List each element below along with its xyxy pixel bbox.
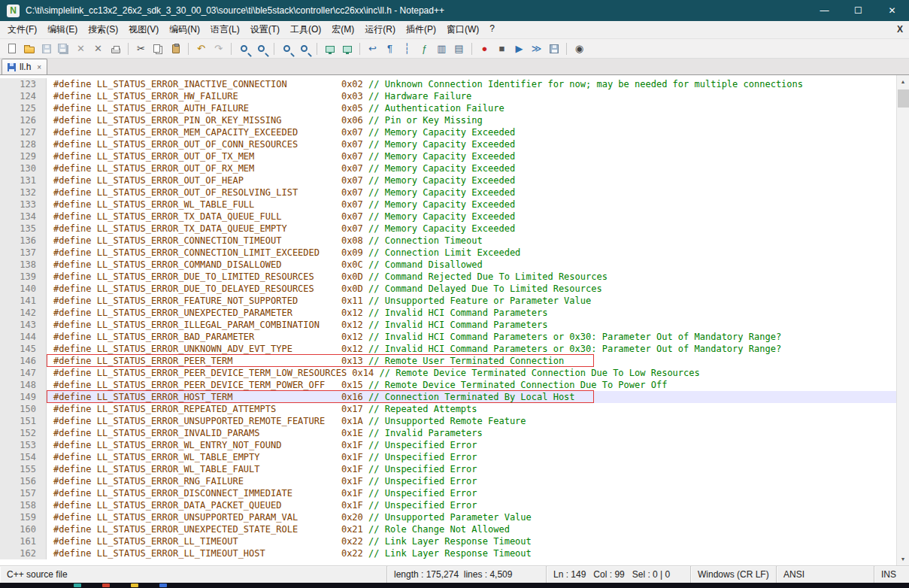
code-line-145[interactable]: 145#define LL_STATUS_ERROR_UNKNOWN_ADV_E… (0, 343, 896, 355)
macro-start-recording-icon[interactable]: ● (477, 41, 492, 56)
save-file-icon[interactable] (38, 41, 54, 56)
replace-icon[interactable] (253, 41, 269, 56)
menu-view[interactable]: 视图(V) (123, 20, 164, 39)
code-line-162[interactable]: 162#define LL_STATUS_ERROR_LL_TIMEOUT_HO… (0, 547, 896, 559)
show-all-characters-icon[interactable]: ¶ (382, 41, 398, 56)
code-line-149[interactable]: 149#define LL_STATUS_ERROR_HOST_TERM 0x1… (0, 391, 896, 403)
taskbar-app-3-icon[interactable] (131, 583, 138, 587)
code-line-138[interactable]: 138#define LL_STATUS_ERROR_COMMAND_DISAL… (0, 259, 896, 271)
code-line-130[interactable]: 130#define LL_STATUS_ERROR_OUT_OF_RX_MEM… (0, 162, 896, 174)
taskbar-app-4-icon[interactable] (159, 583, 167, 587)
menu-window[interactable]: 窗口(W) (441, 20, 484, 39)
menubar-close-icon[interactable]: X (897, 24, 903, 35)
code-line-152[interactable]: 152#define LL_STATUS_ERROR_INVALID_PARAM… (0, 427, 896, 439)
code-line-150[interactable]: 150#define LL_STATUS_ERROR_REPEATED_ATTE… (0, 403, 896, 415)
menu-tools[interactable]: 工具(O) (285, 20, 326, 39)
code-line-147[interactable]: 147#define LL_STATUS_ERROR_PEER_DEVICE_T… (0, 367, 896, 379)
tab-close-icon[interactable]: × (37, 63, 41, 71)
paste-icon[interactable] (168, 41, 183, 56)
code-line-123[interactable]: 123#define LL_STATUS_ERROR_INACTIVE_CONN… (0, 78, 896, 90)
menu-run[interactable]: 运行(R) (359, 20, 401, 39)
scroll-up-icon[interactable]: ▲ (897, 75, 909, 88)
zoom-out-icon[interactable] (296, 41, 312, 56)
menu-edit[interactable]: 编辑(E) (42, 20, 83, 39)
code-line-126[interactable]: 126#define LL_STATUS_ERROR_PIN_OR_KEY_MI… (0, 114, 896, 126)
open-folder-icon[interactable] (21, 41, 37, 56)
menu-search[interactable]: 搜索(S) (83, 20, 123, 39)
maximize-button[interactable]: ☐ (841, 0, 875, 21)
tab-ll-h[interactable]: ll.h × (2, 59, 47, 74)
document-list-icon[interactable]: ▤ (451, 41, 467, 56)
menu-file[interactable]: 文件(F) (2, 20, 42, 39)
code-line-134[interactable]: 134#define LL_STATUS_ERROR_TX_DATA_QUEUE… (0, 211, 896, 223)
new-file-icon[interactable] (4, 41, 20, 56)
vertical-scrollbar[interactable]: ▲ ▼ (896, 75, 909, 565)
document-map-icon[interactable]: ▥ (434, 41, 450, 56)
status-insert-mode[interactable]: INS (874, 566, 909, 583)
code-line-146[interactable]: 146#define LL_STATUS_ERROR_PEER_TERM 0x1… (0, 355, 896, 367)
redo-icon[interactable]: ↷ (211, 41, 226, 56)
word-wrap-icon[interactable]: ↩ (365, 41, 380, 56)
code-line-141[interactable]: 141#define LL_STATUS_ERROR_FEATURE_NOT_S… (0, 295, 896, 307)
monitoring-eye-icon[interactable]: ◉ (571, 41, 587, 56)
sync-horizontal-scrolling-icon[interactable] (339, 41, 355, 56)
code-line-161[interactable]: 161#define LL_STATUS_ERROR_LL_TIMEOUT 0x… (0, 535, 896, 547)
code-line-142[interactable]: 142#define LL_STATUS_ERROR_UNEXPECTED_PA… (0, 307, 896, 319)
code-line-127[interactable]: 127#define LL_STATUS_ERROR_MEM_CAPACITY_… (0, 126, 896, 138)
code-line-159[interactable]: 159#define LL_STATUS_ERROR_UNSUPPORTED_P… (0, 511, 896, 523)
code-line-135[interactable]: 135#define LL_STATUS_ERROR_TX_DATA_QUEUE… (0, 223, 896, 235)
code-line-129[interactable]: 129#define LL_STATUS_ERROR_OUT_OF_TX_MEM… (0, 150, 896, 162)
cut-icon[interactable]: ✂ (133, 41, 149, 56)
code-line-125[interactable]: 125#define LL_STATUS_ERROR_AUTH_FAILURE … (0, 102, 896, 114)
status-eol-format[interactable]: Windows (CR LF) (691, 566, 777, 583)
code-line-144[interactable]: 144#define LL_STATUS_ERROR_BAD_PARAMETER… (0, 331, 896, 343)
macro-save-icon[interactable] (546, 41, 562, 56)
menu-encoding[interactable]: 编码(N) (164, 20, 205, 39)
code-line-140[interactable]: 140#define LL_STATUS_ERROR_DUE_TO_DELAYE… (0, 283, 896, 295)
menu-plugins[interactable]: 插件(P) (401, 20, 441, 39)
undo-icon[interactable]: ↶ (193, 41, 209, 56)
zoom-in-icon[interactable] (279, 41, 295, 56)
code-line-154[interactable]: 154#define LL_STATUS_ERROR_WL_TABLE_EMPT… (0, 451, 896, 463)
code-line-157[interactable]: 157#define LL_STATUS_ERROR_DISCONNECT_IM… (0, 487, 896, 499)
code-line-136[interactable]: 136#define LL_STATUS_ERROR_CONNECTION_TI… (0, 235, 896, 247)
minimize-button[interactable]: — (807, 0, 841, 21)
code-line-137[interactable]: 137#define LL_STATUS_ERROR_CONNECTION_LI… (0, 247, 896, 259)
menu-macro[interactable]: 宏(M) (326, 20, 359, 39)
print-icon[interactable] (108, 41, 123, 56)
code-line-158[interactable]: 158#define LL_STATUS_ERROR_DATA_PACKET_Q… (0, 499, 896, 511)
sync-vertical-scrolling-icon[interactable] (322, 41, 338, 56)
code-line-153[interactable]: 153#define LL_STATUS_ERROR_WL_ENTRY_NOT_… (0, 439, 896, 451)
code-line-139[interactable]: 139#define LL_STATUS_ERROR_DUE_TO_LIMITE… (0, 271, 896, 283)
status-encoding[interactable]: ANSI (777, 566, 874, 583)
scrollbar-thumb[interactable] (898, 89, 909, 108)
close-all-icon[interactable]: ✕ (90, 41, 106, 56)
function-list-icon[interactable]: ƒ (417, 41, 432, 56)
code-line-132[interactable]: 132#define LL_STATUS_ERROR_OUT_OF_RESOLV… (0, 186, 896, 199)
code-line-124[interactable]: 124#define LL_STATUS_ERROR_HW_FAILURE 0x… (0, 90, 896, 102)
scroll-down-icon[interactable]: ▼ (897, 553, 909, 565)
taskbar-app-2-icon[interactable] (102, 583, 110, 587)
code-line-155[interactable]: 155#define LL_STATUS_ERROR_WL_TABLE_FAUL… (0, 463, 896, 475)
menu-settings[interactable]: 设置(T) (245, 20, 285, 39)
close-button[interactable]: ✕ (875, 0, 909, 21)
code-line-131[interactable]: 131#define LL_STATUS_ERROR_OUT_OF_HEAP 0… (0, 174, 896, 186)
menu-language[interactable]: 语言(L) (205, 20, 245, 39)
windows-taskbar[interactable] (0, 583, 909, 588)
macro-stop-recording-icon[interactable]: ■ (494, 41, 510, 56)
macro-playback-icon[interactable]: ▶ (511, 41, 527, 56)
macro-run-multiple-icon[interactable]: ≫ (529, 41, 544, 56)
code-line-151[interactable]: 151#define LL_STATUS_ERROR_UNSUPPORTED_R… (0, 415, 896, 427)
code-line-133[interactable]: 133#define LL_STATUS_ERROR_WL_TABLE_FULL… (0, 199, 896, 211)
code-line-128[interactable]: 128#define LL_STATUS_ERROR_OUT_OF_CONN_R… (0, 138, 896, 150)
save-all-icon[interactable] (56, 41, 71, 56)
menu-help[interactable]: ? (484, 20, 500, 39)
close-file-icon[interactable]: ✕ (73, 41, 89, 56)
code-line-143[interactable]: 143#define LL_STATUS_ERROR_ILLEGAL_PARAM… (0, 319, 896, 331)
code-line-160[interactable]: 160#define LL_STATUS_ERROR_UNEXPECTED_ST… (0, 523, 896, 535)
show-indent-guide-icon[interactable]: ┆ (399, 41, 415, 56)
find-icon[interactable] (236, 41, 252, 56)
copy-icon[interactable] (150, 41, 166, 56)
code-line-148[interactable]: 148#define LL_STATUS_ERROR_PEER_DEVICE_T… (0, 379, 896, 391)
code-view[interactable]: 123#define LL_STATUS_ERROR_INACTIVE_CONN… (0, 75, 896, 565)
